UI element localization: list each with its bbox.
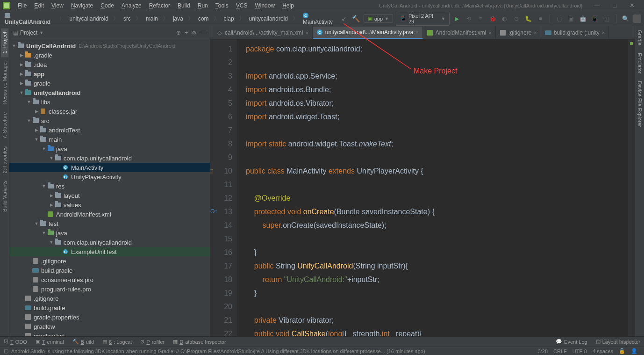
resource-manager-icon[interactable]: ◫: [602, 14, 611, 23]
tree-node[interactable]: gradlew: [9, 322, 210, 331]
close-tab-icon[interactable]: ×: [534, 30, 537, 36]
project-tree[interactable]: ▼UnityCallAndroidE:\AndroidStudioProject…: [9, 39, 210, 336]
left-tab[interactable]: Build Variants: [1, 177, 8, 216]
right-tab[interactable]: Device File Explorer: [636, 77, 644, 130]
menu-run[interactable]: Run: [194, 2, 212, 9]
android-icon[interactable]: 🤖: [579, 14, 587, 23]
breadcrumb-item[interactable]: UnityCallAndroid: [3, 12, 56, 25]
menu-help[interactable]: Help: [279, 2, 298, 9]
device-selector[interactable]: 📱Pixel 2 API 29▼: [396, 12, 450, 26]
avd-manager-icon[interactable]: ▢: [555, 14, 564, 23]
tree-node[interactable]: ▶gradle: [9, 79, 210, 88]
menu-window[interactable]: Window: [251, 2, 279, 9]
tree-node[interactable]: .gitignore: [9, 294, 210, 303]
editor-tab[interactable]: ◇callAndroid\...\activity_main.xml×: [212, 27, 313, 39]
menu-file[interactable]: File: [14, 2, 30, 9]
tree-node[interactable]: ▼unitycallandroid: [9, 88, 210, 97]
run-config-selector[interactable]: ▣app▼: [364, 14, 393, 23]
menu-refactor[interactable]: Refactor: [145, 2, 174, 9]
breadcrumb-item[interactable]: main: [144, 15, 160, 22]
bottom-tab[interactable]: ☑TODO: [4, 339, 27, 345]
apply-changes-icon[interactable]: ⟲: [464, 14, 473, 23]
menu-view[interactable]: View: [48, 2, 67, 9]
menu-navigate[interactable]: Navigate: [67, 2, 97, 9]
tree-node[interactable]: CUnityPlayerActivity: [9, 172, 210, 181]
menu-vcs[interactable]: VCS: [232, 2, 251, 9]
sync-icon[interactable]: ↙: [340, 14, 349, 23]
bottom-tab[interactable]: 🔨Build: [72, 339, 94, 345]
menu-build[interactable]: Build: [174, 2, 194, 9]
editor-tab[interactable]: .gitignore×: [496, 27, 541, 39]
tree-node[interactable]: ▼libs: [9, 97, 210, 107]
tree-node[interactable]: ▶androidTest: [9, 125, 210, 135]
tree-node[interactable]: ▼test: [9, 219, 210, 228]
tree-node[interactable]: ▶layout: [9, 191, 210, 200]
bottom-tab[interactable]: 💬Event Log: [556, 339, 587, 345]
read-only-icon[interactable]: 🔓: [616, 348, 628, 354]
tree-node[interactable]: ▼res: [9, 181, 210, 191]
bottom-tab[interactable]: ⊙Profiler: [140, 339, 165, 345]
tree-node[interactable]: gradle.properties: [9, 312, 210, 322]
caret-position[interactable]: 3:28: [535, 348, 551, 354]
status-square-icon[interactable]: ▢: [4, 348, 8, 354]
menu-analyze[interactable]: Analyze: [118, 2, 145, 9]
menu-tools[interactable]: Tools: [212, 2, 232, 9]
stop-button[interactable]: ■: [536, 14, 544, 23]
tree-node[interactable]: CMainActivity: [9, 163, 210, 172]
profile-icon[interactable]: ⊙: [512, 14, 521, 23]
breadcrumb-item[interactable]: unitycallandroid: [67, 15, 110, 22]
sdk-manager-icon[interactable]: ▣: [566, 14, 575, 23]
breadcrumb-item[interactable]: clap: [222, 15, 236, 22]
right-tab[interactable]: Emulator: [636, 49, 644, 77]
code-editor[interactable]: package com.clap.unitycallandroid; impor…: [236, 39, 628, 336]
line-separator[interactable]: CRLF: [551, 348, 570, 354]
search-everywhere-icon[interactable]: 🔍: [621, 14, 630, 23]
device-icon[interactable]: 📱: [590, 14, 599, 23]
project-view-selector[interactable]: ▤Project▼: [13, 29, 43, 36]
bottom-tab[interactable]: ▣Terminal: [36, 339, 64, 345]
maximize-button[interactable]: □: [606, 2, 623, 9]
tree-node[interactable]: ▶app: [9, 69, 210, 79]
apply-code-icon[interactable]: ≡: [476, 14, 485, 23]
select-opened-file-icon[interactable]: ⊕: [176, 29, 181, 36]
indent-settings[interactable]: 4 spaces: [590, 348, 616, 354]
bottom-tab[interactable]: ▤6: Logcat: [102, 339, 132, 345]
tree-node[interactable]: ▶.gradle: [9, 51, 210, 60]
tree-node[interactable]: .gitignore: [9, 256, 210, 266]
close-tab-icon[interactable]: ×: [602, 30, 605, 36]
breadcrumb-item[interactable]: CMainActivity: [301, 12, 340, 25]
editor-tab[interactable]: build.gradle (:unity×: [541, 27, 609, 39]
close-tab-icon[interactable]: ×: [415, 29, 418, 35]
minimize-button[interactable]: —: [587, 2, 606, 9]
tree-node[interactable]: build.gradle: [9, 266, 210, 275]
tree-node[interactable]: ▶values: [9, 200, 210, 210]
tree-node[interactable]: ▼com.clap.unitycallandroid: [9, 238, 210, 247]
tree-node[interactable]: ▼src: [9, 116, 210, 125]
editor-tab[interactable]: AndroidManifest.xml×: [423, 27, 496, 39]
coverage-icon[interactable]: ◐: [500, 14, 509, 23]
error-stripe[interactable]: [628, 39, 635, 336]
breadcrumb-item[interactable]: com: [196, 15, 211, 22]
close-tab-icon[interactable]: ×: [489, 30, 492, 36]
tree-node[interactable]: ▶.idea: [9, 60, 210, 69]
expand-all-icon[interactable]: ÷: [185, 29, 188, 36]
tree-node[interactable]: proguard-rules.pro: [9, 284, 210, 294]
breadcrumb-item[interactable]: java: [171, 15, 185, 22]
tree-node[interactable]: ▼com.clap.unitycallandroid: [9, 153, 210, 163]
tree-node[interactable]: CExampleUnitTest: [9, 247, 210, 256]
run-button[interactable]: ▶: [452, 14, 461, 23]
tree-node[interactable]: ▼java: [9, 144, 210, 153]
left-tab[interactable]: 2: Favorites: [1, 143, 8, 177]
left-tab[interactable]: Resource Manager: [1, 57, 8, 109]
tree-root[interactable]: ▼UnityCallAndroidE:\AndroidStudioProject…: [9, 41, 210, 51]
left-tab[interactable]: 1: Project: [1, 28, 8, 57]
menu-code[interactable]: Code: [97, 2, 118, 9]
breadcrumb-item[interactable]: unitycallandroid: [247, 15, 290, 22]
tree-node[interactable]: ▶classes.jar: [9, 107, 210, 116]
bottom-tab[interactable]: ▦Database Inspector: [173, 339, 226, 345]
right-tab[interactable]: Gradle: [636, 26, 644, 49]
editor-tab[interactable]: Cunitycallandroid\...\MainActivity.java×: [313, 27, 423, 39]
breadcrumb-item[interactable]: src: [122, 15, 133, 22]
tree-node[interactable]: gradlew.bat: [9, 331, 210, 336]
close-tab-icon[interactable]: ×: [305, 30, 308, 36]
